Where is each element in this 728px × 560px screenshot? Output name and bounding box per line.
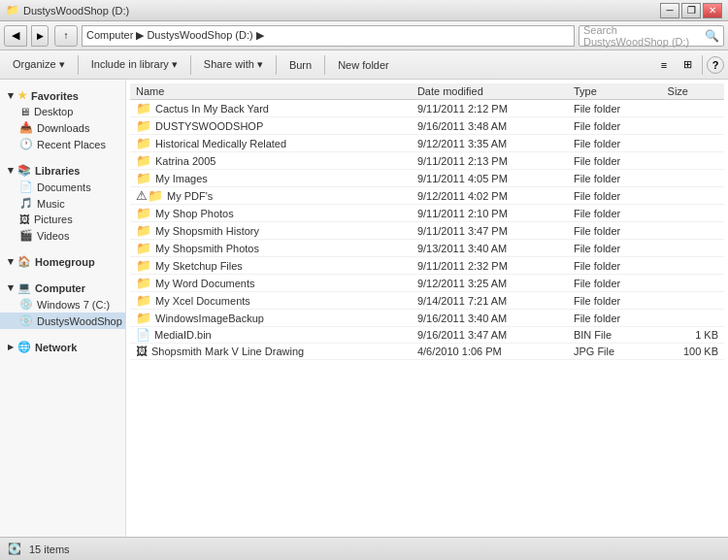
table-row[interactable]: 📁 My Word Documents 9/12/2011 3:25 AM Fi… (130, 275, 724, 292)
sidebar-item-videos[interactable]: 🎬 Videos (0, 227, 125, 244)
search-placeholder: Search DustysWoodShop (D:) (583, 24, 703, 48)
file-type-cell: File folder (568, 135, 662, 152)
file-type-cell: File folder (568, 292, 662, 310)
file-size-cell (662, 222, 724, 240)
file-name-cell: 📄 MediaID.bin (130, 327, 412, 344)
column-size[interactable]: Size (662, 83, 724, 100)
table-row[interactable]: 📁 DUSTYSWOODSHOP 9/16/2011 3:48 AM File … (130, 117, 724, 135)
table-row[interactable]: ⚠📁 My PDF's 9/12/2011 4:02 PM File folde… (130, 187, 724, 205)
sidebar: ★ Favorites 🖥 Desktop 📥 Downloads 🕐 Rece… (0, 80, 126, 537)
sidebar-favorites-header[interactable]: ★ Favorites (0, 83, 125, 104)
sidebar-item-music[interactable]: 🎵 Music (0, 195, 125, 212)
file-date-cell: 9/12/2011 4:02 PM (412, 187, 568, 205)
toolbar-separator-4 (324, 55, 325, 75)
file-size-cell (662, 117, 724, 135)
table-row[interactable]: 📁 My Shop Photos 9/11/2011 2:10 PM File … (130, 205, 724, 222)
sidebar-item-d-drive[interactable]: 💿 DustysWoodShop (D: (0, 313, 125, 329)
sidebar-item-c-drive[interactable]: 💿 Windows 7 (C:) (0, 296, 125, 313)
file-name-cell: 📁 My Shopsmith History (130, 222, 412, 240)
restore-button[interactable]: ❐ (681, 3, 701, 18)
file-name-cell: 📁 My Shop Photos (130, 205, 412, 222)
favorites-star-icon: ★ (17, 89, 27, 102)
toolbar-separator-2 (190, 55, 191, 75)
file-size-cell (662, 275, 724, 292)
up-button[interactable]: ↑ (54, 25, 78, 47)
table-row[interactable]: 📁 My Sketchup Files 9/11/2011 2:32 PM Fi… (130, 257, 724, 275)
column-name[interactable]: Name (130, 83, 412, 100)
file-type-cell: File folder (568, 310, 662, 327)
status-bar: 💽 15 items (0, 537, 728, 560)
table-row[interactable]: 📄 MediaID.bin 9/16/2011 3:47 AM BIN File… (130, 327, 724, 344)
file-name: ⚠📁 My PDF's (136, 188, 406, 203)
search-box[interactable]: Search DustysWoodShop (D:) 🔍 (579, 25, 724, 47)
close-button[interactable]: ✕ (703, 3, 722, 18)
folder-icon: 📁 (136, 311, 151, 325)
breadcrumb-path: Computer ▶ DustysWoodShop (D:) ▶ (86, 29, 264, 42)
sidebar-libraries-header[interactable]: 📚 Libraries (0, 158, 125, 179)
sidebar-item-documents[interactable]: 📄 Documents (0, 179, 125, 195)
item-count: 15 items (29, 544, 70, 555)
libraries-chevron-icon (8, 164, 14, 177)
file-name-cell: 🖼 Shopsmith Mark V Line Drawing (130, 344, 412, 360)
homegroup-icon: 🏠 (17, 255, 31, 268)
view-tiles-button[interactable]: ⊞ (677, 54, 698, 76)
help-button[interactable]: ? (707, 56, 724, 74)
file-size-cell (662, 170, 724, 187)
file-type-cell: File folder (568, 222, 662, 240)
breadcrumb[interactable]: Computer ▶ DustysWoodShop (D:) ▶ (82, 25, 575, 47)
toolbar: Organize ▾ Include in library ▾ Share wi… (0, 50, 728, 80)
sidebar-item-desktop[interactable]: 🖥 Desktop (0, 104, 125, 119)
back-button[interactable]: ◀ (4, 25, 27, 47)
file-date-cell: 9/12/2011 3:35 AM (412, 135, 568, 152)
file-type-cell: File folder (568, 240, 662, 257)
sidebar-item-downloads[interactable]: 📥 Downloads (0, 119, 125, 136)
file-size-cell (662, 257, 724, 275)
file-name-cell: 📁 Cactus In My Back Yard (130, 100, 412, 117)
organize-button[interactable]: Organize ▾ (4, 53, 74, 77)
table-row[interactable]: 📁 My Images 9/11/2011 4:05 PM File folde… (130, 170, 724, 187)
folder-icon: 📁 (136, 153, 151, 168)
new-folder-button[interactable]: New folder (329, 53, 398, 77)
folder-icon: 📁 (136, 258, 151, 273)
column-date[interactable]: Date modified (412, 83, 568, 100)
table-row[interactable]: 🖼 Shopsmith Mark V Line Drawing 4/6/2010… (130, 344, 724, 360)
share-button[interactable]: Share with ▾ (195, 53, 272, 77)
file-name: 📁 Historical Medically Related (136, 136, 406, 150)
table-row[interactable]: 📁 WindowsImageBackup 9/16/2011 3:40 AM F… (130, 310, 724, 327)
sidebar-computer-header[interactable]: 💻 Computer (0, 276, 125, 296)
file-name: 📁 My Word Documents (136, 276, 406, 290)
column-type[interactable]: Type (568, 83, 662, 100)
file-name-cell: ⚠📁 My PDF's (130, 187, 412, 205)
d-drive-icon: 💿 (19, 314, 33, 327)
sidebar-network-label: Network (35, 342, 77, 353)
file-type-cell: File folder (568, 117, 662, 135)
file-name-cell: 📁 DUSTYSWOODSHOP (130, 117, 412, 135)
file-name: 📁 Katrina 2005 (136, 153, 406, 168)
table-row[interactable]: 📁 My Shopsmith Photos 9/13/2011 3:40 AM … (130, 240, 724, 257)
table-row[interactable]: 📁 Cactus In My Back Yard 9/11/2011 2:12 … (130, 100, 724, 117)
file-date-cell: 9/11/2011 4:05 PM (412, 170, 568, 187)
image-icon: 🖼 (136, 345, 148, 358)
sidebar-item-pictures[interactable]: 🖼 Pictures (0, 212, 125, 227)
include-library-button[interactable]: Include in library ▾ (83, 53, 186, 77)
sidebar-homegroup-header[interactable]: 🏠 Homegroup (0, 249, 125, 270)
file-name-cell: 📁 My Word Documents (130, 275, 412, 292)
sidebar-network-header[interactable]: 🌐 Network (0, 335, 125, 355)
file-size-cell (662, 100, 724, 117)
title-bar-left: 📁 DustysWoodShop (D:) (6, 4, 129, 16)
burn-button[interactable]: Burn (281, 53, 320, 77)
folder-icon: 📁 (136, 241, 151, 255)
view-list-button[interactable]: ≡ (653, 54, 675, 76)
table-row[interactable]: 📁 My Xcel Documents 9/14/2011 7:21 AM Fi… (130, 292, 724, 310)
folder-icon: 📁 (136, 101, 151, 115)
table-row[interactable]: 📁 Katrina 2005 9/11/2011 2:13 PM File fo… (130, 152, 724, 170)
table-row[interactable]: 📁 My Shopsmith History 9/11/2011 3:47 PM… (130, 222, 724, 240)
computer-chevron-icon (8, 281, 14, 294)
table-row[interactable]: 📁 Historical Medically Related 9/12/2011… (130, 135, 724, 152)
address-bar: ◀ ▶ ↑ Computer ▶ DustysWoodShop (D:) ▶ S… (0, 21, 728, 50)
sidebar-item-recent-places[interactable]: 🕐 Recent Places (0, 136, 125, 152)
file-table: Name Date modified Type Size 📁 Cactus In… (130, 83, 724, 360)
minimize-button[interactable]: ─ (660, 3, 679, 18)
toolbar-separator-1 (78, 55, 79, 75)
forward-button[interactable]: ▶ (31, 25, 49, 47)
